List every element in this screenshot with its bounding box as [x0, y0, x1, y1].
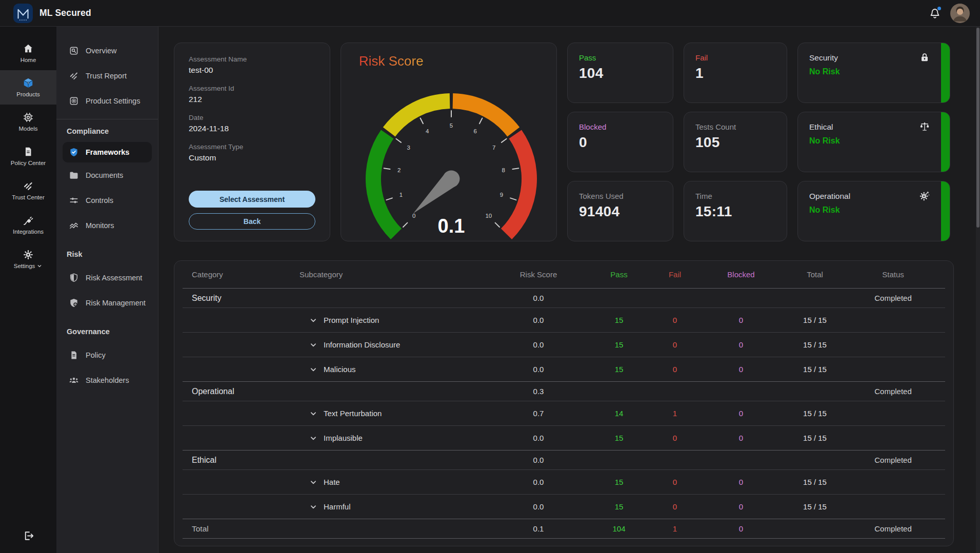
svg-text:7: 7 — [492, 145, 495, 151]
sidebar-item-policy-center[interactable]: Policy Center — [0, 139, 56, 173]
svg-text:1: 1 — [399, 192, 403, 198]
sidebar-item-documents[interactable]: Documents — [56, 162, 158, 188]
field-label: Assessment Name — [189, 55, 315, 63]
main-content: Assessment Name test-00 Assessment Id 21… — [158, 27, 980, 553]
sidebar-item-label: Frameworks — [86, 148, 129, 156]
table-row: Information Disclosure 0.0 15 0 0 15 / 1… — [183, 332, 945, 357]
column-header-total: Total — [789, 270, 841, 279]
sidebar-item-monitors[interactable]: Monitors — [56, 213, 158, 238]
chevron-down-icon[interactable] — [309, 434, 318, 443]
sidebar-item-settings[interactable]: Settings — [0, 242, 56, 276]
chevron-down-icon[interactable] — [309, 365, 318, 374]
sidebar-item-label: Models — [18, 126, 37, 132]
stat-label: Fail — [695, 53, 775, 62]
column-header-risk-score: Risk Score — [495, 270, 582, 279]
cell-status: Completed — [841, 524, 945, 533]
sliders-icon — [69, 195, 79, 206]
cell-blocked: 0 — [693, 409, 789, 418]
gear-icon — [23, 249, 34, 260]
cell-blocked: 0 — [693, 316, 789, 324]
sidebar-item-label: Product Settings — [86, 97, 140, 105]
cell-blocked: 0 — [693, 524, 789, 533]
cell-total: 15 / 15 — [789, 434, 841, 442]
svg-text:0: 0 — [412, 213, 415, 219]
sidebar-item-products[interactable]: Products — [0, 70, 56, 105]
row-category: Security — [183, 294, 290, 303]
plug-icon — [23, 215, 34, 226]
chevron-down-icon[interactable] — [309, 409, 318, 418]
scrollbar-thumb[interactable] — [976, 28, 979, 228]
notifications-bell-icon[interactable] — [929, 7, 941, 19]
cell-total: 15 / 15 — [789, 340, 841, 349]
sidebar-item-trust-center[interactable]: Trust Center — [0, 173, 56, 208]
sidebar-item-label: Trust Report — [86, 72, 127, 80]
sidebar-item-policy[interactable]: Policy — [56, 342, 158, 367]
cell-fail: 0 — [656, 478, 693, 486]
cell-blocked: 0 — [693, 434, 789, 442]
stat-value: 105 — [695, 134, 775, 151]
risk-card-security: Security No Risk — [797, 43, 950, 103]
sidebar-item-frameworks[interactable]: Frameworks — [63, 142, 152, 162]
cell-pass: 15 — [582, 340, 656, 349]
sidebar-item-risk-assessment[interactable]: Risk Assessment — [56, 265, 158, 290]
cell-risk-score: 0.0 — [495, 434, 582, 442]
cell-blocked: 0 — [693, 340, 789, 349]
sidebar-item-stakeholders[interactable]: Stakeholders — [56, 367, 158, 393]
sidebar-item-trust-report[interactable]: Trust Report — [56, 63, 158, 88]
app-logo — [13, 4, 33, 23]
assessment-field: Assessment Name test-00 — [189, 55, 315, 75]
sidebar-item-integrations[interactable]: Integrations — [0, 208, 56, 242]
chevron-down-icon[interactable] — [309, 502, 318, 511]
folder-icon — [69, 170, 79, 180]
assessment-field: Assessment Id 212 — [189, 85, 315, 104]
row-category: Operational — [183, 387, 290, 396]
field-label: Assessment Id — [189, 85, 315, 92]
field-value: 2024-11-18 — [189, 124, 315, 133]
cell-risk-score: 0.0 — [495, 478, 582, 486]
stats-column-b: Fail 1 Tests Count 105 Time 15:11 — [684, 43, 787, 241]
people-icon — [69, 375, 79, 385]
app-root: ML Secured HomeProductsModelsPolicy Cent… — [0, 0, 980, 553]
cell-fail: 0 — [656, 316, 693, 324]
sidebar-item-controls[interactable]: Controls — [56, 188, 158, 213]
sidebar-item-home[interactable]: Home — [0, 36, 56, 70]
cell-risk-score: 0.0 — [495, 294, 582, 302]
sidebar-item-label: Home — [21, 57, 36, 63]
table-row: Malicious 0.0 15 0 0 15 / 15 — [183, 357, 945, 381]
chevron-down-icon[interactable] — [309, 478, 318, 487]
stat-card-pass: Pass 104 — [567, 43, 673, 103]
sidebar-item-models[interactable]: Models — [0, 105, 56, 139]
table-row: Harmful 0.0 15 0 0 15 / 15 — [183, 494, 945, 519]
logout-button[interactable] — [0, 521, 56, 550]
select-assessment-button[interactable]: Select Assessment — [189, 191, 315, 208]
home-icon — [23, 43, 34, 54]
chevron-down-icon[interactable] — [309, 340, 318, 350]
user-avatar[interactable] — [950, 4, 970, 23]
logout-icon — [23, 530, 34, 542]
table-row: Implausible 0.0 15 0 0 15 / 15 — [183, 425, 945, 450]
gear-sparkle-icon — [919, 190, 930, 201]
svg-text:9: 9 — [500, 192, 503, 198]
sidebar-item-product-settings[interactable]: Product Settings — [56, 88, 158, 113]
cell-blocked: 0 — [693, 365, 789, 374]
risk-card-status: No Risk — [809, 206, 938, 215]
table-header-row: CategorySubcategoryRisk ScorePassFailBlo… — [183, 261, 945, 288]
sidebar-item-risk-management[interactable]: Risk Management — [56, 290, 158, 315]
cell-blocked: 0 — [693, 478, 789, 486]
section-label-governance: Governance — [56, 320, 158, 342]
row-subcategory: Implausible — [324, 434, 363, 442]
stat-label: Time — [695, 192, 775, 200]
cell-pass: 15 — [582, 365, 656, 374]
risk-card-status: No Risk — [809, 67, 938, 76]
field-value: 212 — [189, 95, 315, 104]
row-category: Ethical — [183, 456, 290, 465]
chevron-down-icon[interactable] — [309, 316, 318, 325]
primary-sidebar: HomeProductsModelsPolicy CenterTrust Cen… — [0, 27, 56, 553]
column-header-fail: Fail — [656, 270, 693, 279]
page-scrollbar[interactable] — [976, 27, 980, 553]
sidebar-item-overview[interactable]: Overview — [56, 38, 158, 63]
gear-square-icon — [69, 96, 79, 106]
cell-pass: 15 — [582, 478, 656, 486]
svg-text:10: 10 — [485, 213, 492, 219]
back-button[interactable]: Back — [189, 213, 315, 230]
